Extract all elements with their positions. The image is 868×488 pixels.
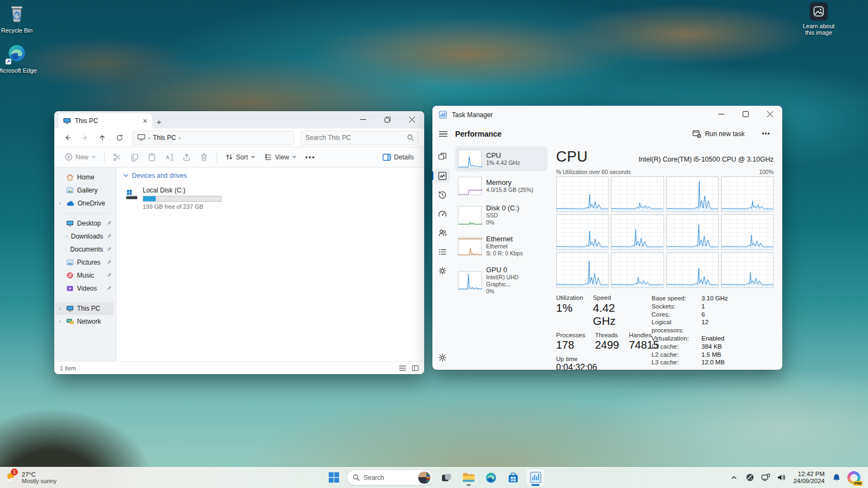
expand-chevron[interactable]: › xyxy=(58,201,63,206)
refresh-button[interactable] xyxy=(112,131,127,145)
copy-button[interactable] xyxy=(126,150,143,164)
notification-bell-icon[interactable] xyxy=(829,470,844,486)
explorer-restore-button[interactable] xyxy=(375,111,400,127)
back-button[interactable] xyxy=(60,131,75,145)
expand-chevron[interactable]: › xyxy=(58,319,63,324)
explorer-nav-bar: › This PC › xyxy=(54,129,424,147)
edge-taskbar-button[interactable] xyxy=(482,468,500,486)
sidebar-item-gallery[interactable]: Gallery xyxy=(55,184,114,197)
cpu-processes-value: 178 xyxy=(556,339,585,351)
taskbar-weather-widget[interactable]: 1 27°C Mostly sunny xyxy=(0,467,62,488)
drive-local-disk-c[interactable]: Local Disk (C:) 199 GB free of 237 GB xyxy=(124,185,223,211)
sidebar-item-videos[interactable]: Videos xyxy=(55,282,114,295)
explorer-tab[interactable]: This PC ✕ xyxy=(59,113,152,129)
gpu-mini-chart xyxy=(458,271,482,290)
rail-services[interactable] xyxy=(435,264,450,278)
taskman-maximize-button[interactable] xyxy=(733,106,758,122)
task-manager-taskbar-button[interactable] xyxy=(526,468,545,486)
explorer-close-button[interactable] xyxy=(400,111,424,127)
paste-button[interactable] xyxy=(144,150,160,164)
details-label: Details xyxy=(394,153,414,161)
run-new-task-button[interactable]: Run new task xyxy=(688,127,749,141)
sidebar-item-music[interactable]: Music xyxy=(55,269,114,282)
cpu-detail-row: Cores:6 xyxy=(652,311,728,319)
details-pane-button[interactable]: Details xyxy=(379,151,418,164)
store-taskbar-button[interactable] xyxy=(504,468,522,486)
sidebar-item-this-pc[interactable]: › This PC xyxy=(55,302,114,315)
taskbar-search-box[interactable] xyxy=(347,470,433,485)
rail-users[interactable] xyxy=(435,226,450,240)
share-button[interactable] xyxy=(178,150,195,164)
explorer-search-input[interactable] xyxy=(305,134,407,142)
share-icon xyxy=(182,153,191,162)
sort-button[interactable]: Sort xyxy=(221,150,259,164)
perf-item-memory[interactable]: Memory4.0/15.8 GB (25%) xyxy=(455,174,547,198)
cpu-heading: CPU xyxy=(556,149,588,165)
volume-icon[interactable] xyxy=(774,470,788,486)
learn-about-image[interactable]: Learn aboutthis image xyxy=(801,2,837,36)
gear-icon xyxy=(438,353,447,362)
perf-item-gpu[interactable]: GPU 0Intel(R) UHD Graphic...0% xyxy=(455,262,547,298)
learn-label: Learn aboutthis image xyxy=(803,23,835,36)
rename-button[interactable] xyxy=(161,150,177,164)
large-icons-view-icon[interactable] xyxy=(412,365,419,371)
taskbar: 1 27°C Mostly sunny xyxy=(0,467,868,488)
list-view-icon[interactable] xyxy=(399,365,406,371)
taskbar-search-input[interactable] xyxy=(363,474,414,481)
task-manager-icon xyxy=(439,111,447,119)
task-manager-icon xyxy=(529,471,542,484)
documents-icon xyxy=(66,246,67,253)
desktop-icon-recycle-bin[interactable]: Recycle Bin xyxy=(0,3,37,34)
new-button[interactable]: New xyxy=(61,150,100,164)
search-highlight-avatar[interactable] xyxy=(418,471,431,484)
pen-disabled-icon[interactable] xyxy=(743,470,757,486)
up-button[interactable] xyxy=(94,131,110,145)
tab-close-icon[interactable]: ✕ xyxy=(143,118,148,125)
sidebar-item-pictures[interactable]: Pictures xyxy=(55,256,114,269)
tab-title: This PC xyxy=(75,117,98,125)
explorer-search[interactable] xyxy=(301,131,419,145)
delete-button[interactable] xyxy=(196,150,212,164)
sidebar-item-documents[interactable]: Documents xyxy=(55,243,114,256)
sidebar-item-downloads[interactable]: Downloads xyxy=(55,230,114,243)
explorer-minimize-button[interactable] xyxy=(351,111,375,127)
file-explorer-taskbar-button[interactable] xyxy=(459,468,478,486)
hamburger-menu-icon[interactable] xyxy=(439,130,448,138)
more-options-button[interactable]: ••• xyxy=(302,151,320,164)
group-header-devices[interactable]: Devices and drives xyxy=(123,172,418,179)
start-button[interactable] xyxy=(324,468,343,486)
forward-button[interactable] xyxy=(77,131,92,145)
copilot-button[interactable]: PRE xyxy=(845,470,863,486)
expand-chevron[interactable]: › xyxy=(58,306,63,311)
perf-item-disk[interactable]: Disk 0 (C:)SSD0% xyxy=(455,201,547,229)
taskbar-clock[interactable]: 12:42 PM 24/09/2024 xyxy=(790,471,828,485)
perf-item-ethernet[interactable]: EthernetEthernetS: 0 R: 0 Kbps xyxy=(455,232,547,260)
sidebar-item-onedrive[interactable]: › OneDrive xyxy=(55,197,114,210)
item-count: 1 item xyxy=(60,365,76,371)
taskman-minimize-button[interactable] xyxy=(709,106,733,122)
rail-details[interactable] xyxy=(435,245,450,259)
rail-processes[interactable] xyxy=(435,150,450,164)
taskman-more-button[interactable]: ••• xyxy=(756,128,776,140)
sidebar-item-desktop[interactable]: Desktop xyxy=(55,217,114,230)
settings-button[interactable] xyxy=(435,350,450,364)
graph-max-label: 100% xyxy=(759,169,774,175)
perf-item-cpu[interactable]: CPU1% 4.42 GHz xyxy=(455,146,547,171)
rail-app-history[interactable] xyxy=(435,188,450,202)
cut-button[interactable] xyxy=(109,150,125,164)
task-view-button[interactable] xyxy=(437,468,456,486)
drive-name: Local Disk (C:) xyxy=(143,187,221,194)
rail-startup-apps[interactable] xyxy=(435,207,450,221)
new-tab-button[interactable]: + xyxy=(152,114,166,129)
sidebar-item-home[interactable]: Home xyxy=(55,171,114,184)
address-bar[interactable]: › This PC › xyxy=(132,131,294,145)
tray-chevron-up[interactable] xyxy=(727,470,741,486)
view-button[interactable]: View xyxy=(260,150,301,164)
rail-performance[interactable] xyxy=(435,169,450,183)
breadcrumb[interactable]: This PC xyxy=(153,134,176,142)
desktop-icon-edge[interactable]: Microsoft Edge xyxy=(0,43,37,74)
display-device-icon[interactable] xyxy=(758,470,773,486)
taskman-close-button[interactable] xyxy=(758,106,782,122)
sidebar-item-network[interactable]: › Network xyxy=(55,315,114,328)
run-new-task-icon xyxy=(692,130,701,138)
